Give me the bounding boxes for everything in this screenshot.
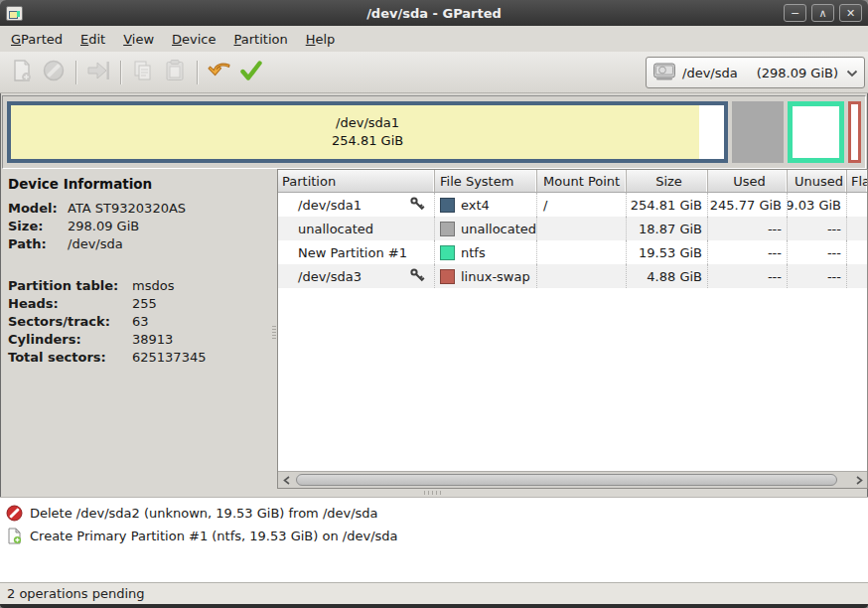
column-header-filesystem[interactable]: File System: [435, 170, 537, 192]
titlebar: /dev/sda - GParted − ∧ ✕: [0, 0, 868, 26]
window-bottom-edge: [0, 604, 868, 608]
column-header-used[interactable]: Used: [708, 170, 788, 192]
copy-icon: [131, 59, 155, 86]
vertical-pane-splitter[interactable]: [271, 169, 277, 489]
table-row-unallocated[interactable]: unallocated unallocated 18.87 GiB --- --…: [278, 217, 867, 240]
menu-device[interactable]: Device: [163, 28, 224, 51]
menu-gparted[interactable]: GParted: [2, 28, 72, 51]
column-header-flags[interactable]: Flags: [847, 170, 867, 192]
device-info-row: Size:298.09 GiB: [8, 218, 271, 235]
sda1-segment-label: /dev/sda1 254.81 GiB: [11, 105, 724, 159]
table-row-sda3[interactable]: /dev/sda3 linux-swap 4.88 GiB --- ---: [278, 264, 867, 288]
menu-partition[interactable]: Partition: [225, 28, 297, 51]
resize-move-icon: [86, 59, 110, 86]
toolbar-separator: [197, 61, 198, 84]
harddisk-icon: [652, 62, 676, 84]
filesystem-color-swatch: [440, 222, 455, 236]
splitter-grip: [272, 326, 276, 340]
device-selector[interactable]: /dev/sda (298.09 GiB): [646, 57, 865, 88]
partition-table-header: Partition File System Mount Point Size U…: [278, 170, 867, 193]
disk-segment-unallocated[interactable]: [732, 101, 784, 163]
scrollbar-thumb[interactable]: [296, 474, 837, 486]
create-operation-icon: [6, 528, 23, 544]
pending-operations-count: 2 operations pending: [7, 586, 145, 601]
device-info-row: Cylinders:38913: [8, 331, 271, 349]
pending-operations-list: Delete /dev/sda2 (unknown, 19.53 GiB) fr…: [0, 497, 868, 582]
device-selector-device: /dev/sda: [682, 66, 738, 80]
scroll-right-arrow-icon[interactable]: [851, 472, 867, 488]
splitter-grip: [424, 491, 442, 495]
device-info-row: Heads:255: [8, 295, 271, 313]
device-info-row: Partition table:msdos: [8, 277, 271, 295]
filesystem-color-swatch: [440, 269, 455, 284]
menu-help[interactable]: Help: [297, 28, 345, 51]
disk-segment-linux-swap[interactable]: [848, 101, 861, 163]
disk-segment-sda1[interactable]: /dev/sda1 254.81 GiB: [7, 101, 728, 163]
undo-button[interactable]: [204, 57, 235, 88]
apply-button[interactable]: [235, 57, 267, 88]
new-partition-icon: [10, 59, 34, 86]
table-row-new-partition[interactable]: New Partition #1 ntfs 19.53 GiB --- ---: [278, 240, 867, 264]
scroll-left-arrow-icon[interactable]: [278, 472, 294, 488]
delete-operation-icon: [6, 505, 23, 522]
resize-move-button[interactable]: [82, 57, 114, 88]
device-info-row: Sectors/track:63: [8, 313, 271, 331]
maximize-button[interactable]: ∧: [811, 4, 834, 22]
column-header-mountpoint[interactable]: Mount Point: [537, 170, 627, 192]
copy-button[interactable]: [127, 57, 159, 88]
column-header-partition[interactable]: Partition: [278, 170, 435, 192]
chevron-down-icon: [846, 66, 858, 80]
device-selector-size: (298.09 GiB): [757, 66, 838, 80]
device-info-title: Device Information: [8, 176, 271, 192]
menu-edit[interactable]: Edit: [72, 28, 114, 51]
device-info-panel: Device Information Model:ATA ST9320320AS…: [0, 169, 271, 489]
horizontal-pane-splitter[interactable]: [0, 489, 868, 497]
filesystem-color-swatch: [440, 198, 455, 213]
filesystem-color-swatch: [440, 245, 455, 260]
partition-table: Partition File System Mount Point Size U…: [277, 169, 868, 489]
gparted-app-icon: [6, 6, 23, 21]
disk-segment-new-ntfs[interactable]: [788, 101, 844, 163]
device-info-row: Total sectors:625137345: [8, 349, 271, 367]
operation-create[interactable]: Create Primary Partition #1 (ntfs, 19.53…: [6, 525, 868, 547]
toolbar: /dev/sda (298.09 GiB): [0, 52, 868, 93]
minimize-button[interactable]: −: [784, 4, 806, 22]
disk-visual-bar: /dev/sda1 254.81 GiB: [2, 95, 866, 169]
column-header-unused[interactable]: Unused: [788, 170, 847, 192]
menu-view[interactable]: View: [114, 28, 163, 51]
key-icon: [409, 267, 426, 287]
apply-check-icon: [239, 59, 263, 86]
new-partition-button[interactable]: [6, 57, 38, 88]
paste-button[interactable]: [159, 57, 191, 88]
table-row-sda1[interactable]: /dev/sda1 ext4 / 254.81 GiB 245.77 GiB 9…: [278, 193, 867, 217]
toolbar-separator: [120, 61, 121, 84]
horizontal-scrollbar[interactable]: [278, 471, 867, 488]
toolbar-separator: [75, 61, 76, 84]
column-header-size[interactable]: Size: [627, 170, 708, 192]
menubar: GParted Edit View Device Partition Help: [0, 26, 868, 52]
device-info-row: Path:/dev/sda: [8, 235, 271, 253]
device-info-row: Model:ATA ST9320320AS: [8, 200, 271, 218]
delete-icon: [42, 59, 66, 86]
scrollbar-track[interactable]: [294, 472, 851, 488]
operation-delete[interactable]: Delete /dev/sda2 (unknown, 19.53 GiB) fr…: [6, 502, 868, 525]
gparted-window: /dev/sda - GParted − ∧ ✕ GParted Edit Vi…: [0, 0, 868, 608]
paste-icon: [163, 59, 187, 86]
key-icon: [409, 196, 426, 216]
undo-icon: [207, 59, 232, 86]
delete-partition-button[interactable]: [38, 57, 70, 88]
table-empty-area: [278, 288, 867, 471]
main-area: Device Information Model:ATA ST9320320AS…: [0, 169, 868, 489]
close-button[interactable]: ✕: [839, 4, 862, 22]
statusbar: 2 operations pending: [0, 582, 868, 604]
window-title: /dev/sda - GParted: [0, 6, 868, 21]
